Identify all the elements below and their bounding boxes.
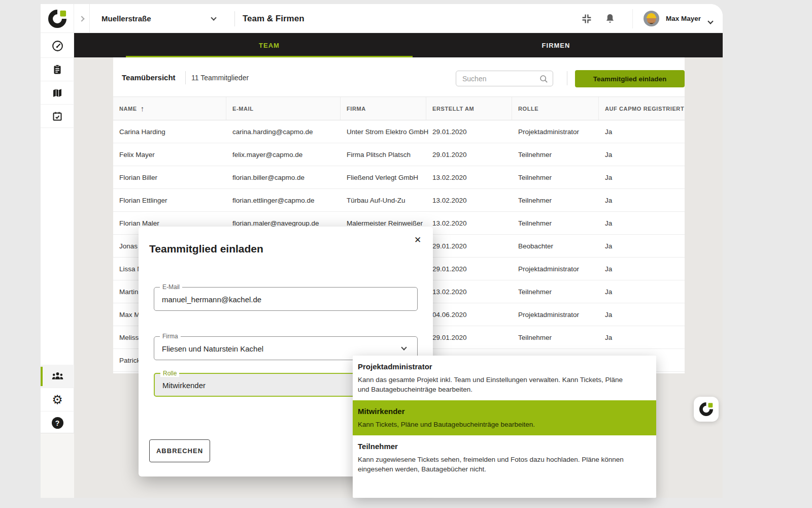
cell-registriert: Ja (599, 143, 685, 166)
capmo-launcher-badge[interactable] (694, 397, 719, 422)
search-input[interactable] (462, 71, 533, 86)
capmo-logo-icon (48, 10, 66, 28)
email-field-label: E-Mail (160, 283, 182, 291)
sidebar-item-plans[interactable] (41, 81, 74, 105)
below-sidebar-area (41, 433, 74, 498)
cell-firma: Firma Plitsch Platsch (341, 143, 426, 166)
cell-registriert: Ja (599, 120, 685, 143)
user-menu-chevron[interactable] (708, 16, 713, 25)
sidebar-item-dashboard[interactable] (41, 35, 74, 58)
chevron-down-icon (707, 18, 713, 24)
collapse-view-button[interactable] (581, 13, 593, 25)
cell-rolle: Teilnehmer (512, 212, 599, 234)
role-option-description: Kann Tickets, Pläne und Bautagebucheintr… (358, 420, 634, 429)
cell-registriert: Ja (599, 303, 685, 326)
search-box (456, 71, 553, 86)
cell-rolle: Projektadministrator (512, 258, 599, 280)
chevron-right-icon (79, 16, 84, 21)
role-option-teilnehmer[interactable]: Teilnehmer Kann zugewiesene Tickets sehe… (353, 435, 656, 480)
chevron-down-icon (401, 344, 407, 350)
help-icon: ? (52, 417, 63, 429)
cell-registriert: Ja (599, 166, 685, 188)
close-icon[interactable]: ✕ (411, 233, 425, 247)
role-option-description: Kann das gesamte Projekt inkl. Team und … (358, 375, 634, 394)
page-title: Team & Firmen (243, 4, 304, 33)
rolle-field-label: Rolle (160, 370, 179, 377)
cell-firma: Fließend Verlegt GmbH (341, 166, 426, 188)
cell-erstellt-am: 13.02.2020 (426, 166, 512, 188)
user-menu[interactable]: Max Mayer (666, 4, 701, 33)
cell-rolle: Teilnehmer (512, 326, 599, 348)
table-row[interactable]: Carina Harding carina.harding@capmo.de U… (113, 120, 685, 143)
chevron-down-icon[interactable] (211, 15, 216, 20)
cell-name: Felix Mayer (113, 143, 226, 166)
column-header-rolle[interactable]: ROLLE (512, 97, 599, 120)
sidebar-item-team[interactable] (41, 365, 74, 388)
notifications-button[interactable] (604, 12, 616, 25)
cell-email: florian.ettlinger@capmo.de (226, 189, 341, 211)
cell-rolle: Teilnehmer (512, 189, 599, 211)
expand-nav-button[interactable] (74, 4, 90, 33)
cell-erstellt-am: 29.01.2020 (426, 143, 512, 166)
cell-registriert: Ja (599, 235, 685, 257)
role-dropdown: Projektadministrator Kann das gesamte Pr… (353, 356, 656, 498)
avatar-image (644, 11, 659, 26)
column-header-registriert[interactable]: AUF CAPMO REGISTRIERT (599, 97, 685, 120)
project-name-label: Muellerstraße (101, 14, 151, 23)
table-row[interactable]: Felix Mayer felix.mayer@capmo.de Firma P… (113, 143, 685, 166)
column-header-firma[interactable]: FIRMA (341, 97, 426, 120)
tab-team-label: TEAM (259, 42, 280, 49)
search-icon[interactable] (539, 74, 549, 86)
cell-erstellt-am: 29.01.2020 (426, 120, 512, 143)
cell-rolle: Projektadministrator (512, 120, 599, 143)
cell-email: felix.mayer@capmo.de (226, 143, 341, 166)
active-indicator (41, 367, 43, 386)
sidebar-item-tickets[interactable] (41, 58, 74, 81)
top-bar: Muellerstraße Team & Firmen (41, 4, 723, 33)
sidebar-item-help[interactable]: ? (41, 411, 74, 435)
modal-title: Teammitglied einladen (149, 243, 263, 255)
tab-firmen[interactable]: FIRMEN (413, 33, 699, 57)
cell-registriert: Ja (599, 280, 685, 303)
role-option-title: Mitwirkender (358, 407, 634, 416)
email-field-value: manuel_hermann@kachel.de (162, 295, 261, 303)
cell-rolle: Teilnehmer (512, 143, 599, 166)
cell-erstellt-am: 29.01.2020 (426, 235, 512, 257)
table-row[interactable]: Florian Ettlinger florian.ettlinger@capm… (113, 189, 685, 212)
table-row[interactable]: Florian Biller florian.biller@capmo.de F… (113, 166, 685, 189)
gear-icon: ⚙ (52, 394, 63, 406)
compress-icon (581, 13, 593, 25)
role-option-projektadministrator[interactable]: Projektadministrator Kann das gesamte Pr… (353, 356, 656, 400)
logo-cell[interactable] (41, 4, 74, 33)
column-header-erstellt-am[interactable]: ERSTELLT AM (426, 97, 512, 120)
user-name-label: Max Mayer (666, 15, 701, 22)
table-header-row: NAME ↑ E-MAIL FIRMA ERSTELLT AM ROLLE AU… (113, 97, 685, 120)
cell-rolle: Teilnehmer (512, 166, 599, 188)
page: Muellerstraße Team & Firmen (0, 0, 812, 508)
cell-registriert: Ja (599, 189, 685, 211)
column-header-name[interactable]: NAME ↑ (113, 97, 226, 120)
project-selector[interactable]: Muellerstraße (101, 4, 151, 33)
divider (567, 71, 567, 85)
avatar[interactable] (644, 11, 659, 26)
cell-erstellt-am: 29.01.2020 (426, 326, 512, 348)
role-option-title: Projektadministrator (358, 362, 634, 371)
email-field[interactable]: E-Mail manuel_hermann@kachel.de (154, 287, 418, 311)
cell-registriert: Ja (599, 326, 685, 348)
cell-name: Florian Ettlinger (113, 189, 226, 211)
tab-team[interactable]: TEAM (126, 33, 413, 57)
calendar-check-icon (51, 110, 63, 122)
dashboard-icon (51, 40, 64, 52)
sidebar: ⚙ ? (41, 33, 74, 433)
cell-email: carina.harding@capmo.de (226, 120, 341, 143)
column-header-email[interactable]: E-MAIL (226, 97, 341, 120)
cell-erstellt-am: 13.02.2020 (426, 280, 512, 303)
tab-bar: TEAM FIRMEN (74, 33, 723, 57)
role-option-description: Kann zugewiesene Tickets sehen, freimeld… (358, 455, 634, 474)
sidebar-item-settings[interactable]: ⚙ (41, 388, 74, 411)
invite-team-member-button[interactable]: Teammitglied einladen (575, 70, 685, 87)
cancel-button[interactable]: ABBRECHEN (149, 439, 210, 462)
sidebar-item-construction-diary[interactable] (41, 105, 74, 128)
role-option-mitwirkender[interactable]: Mitwirkender Kann Tickets, Pläne und Bau… (353, 400, 656, 435)
firma-field-value: Fliesen und Naturstein Kachel (162, 344, 263, 353)
